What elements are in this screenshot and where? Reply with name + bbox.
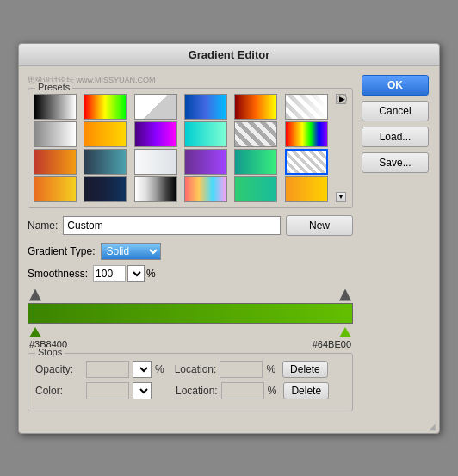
smoothness-unit: % bbox=[146, 268, 156, 280]
preset-item-5[interactable] bbox=[234, 94, 277, 120]
color-stops-row bbox=[28, 327, 353, 337]
watermark: 思缘设计论坛 www.MISSYUAN.COM bbox=[28, 75, 353, 86]
color-stop-left[interactable] bbox=[29, 327, 41, 337]
opacity-percent: % bbox=[155, 363, 164, 375]
opacity-stop-right[interactable] bbox=[339, 289, 351, 301]
opacity-label: Opacity: bbox=[35, 363, 83, 375]
preset-item-1[interactable] bbox=[34, 94, 77, 120]
gradient-bar[interactable] bbox=[28, 303, 353, 324]
smoothness-row: Smoothness: ▼ % bbox=[28, 265, 353, 282]
new-button[interactable]: New bbox=[286, 215, 353, 236]
preset-item-3[interactable] bbox=[134, 94, 177, 120]
gradient-type-label: Gradient Type: bbox=[28, 245, 96, 257]
expand-icon[interactable]: ▶ bbox=[337, 94, 347, 104]
color-value-input[interactable] bbox=[86, 382, 129, 399]
resize-handle: ◢ bbox=[19, 420, 439, 433]
opacity-value-input[interactable] bbox=[86, 361, 129, 378]
load-button[interactable]: Load... bbox=[362, 127, 429, 147]
opacity-stops-row bbox=[28, 289, 353, 301]
smoothness-input[interactable] bbox=[93, 265, 126, 282]
name-input[interactable] bbox=[63, 216, 281, 235]
opacity-location-label: Location: bbox=[175, 363, 217, 375]
color-labels-row: #3B8400 #64BE00 bbox=[28, 339, 353, 349]
opacity-stepper[interactable]: ▼ bbox=[133, 361, 152, 378]
color-stop-right-arrow[interactable] bbox=[339, 327, 351, 337]
preset-item-15[interactable] bbox=[134, 149, 177, 175]
preset-item-19[interactable] bbox=[34, 176, 77, 202]
color-delete-button[interactable]: Delete bbox=[283, 382, 329, 399]
preset-item-20[interactable] bbox=[84, 176, 127, 202]
cancel-button[interactable]: Cancel bbox=[362, 101, 429, 121]
preset-item-17[interactable] bbox=[234, 149, 277, 175]
preset-item-2[interactable] bbox=[84, 94, 127, 120]
color-label-right: #64BE00 bbox=[313, 339, 351, 349]
color-location-input[interactable] bbox=[221, 382, 264, 399]
preset-item-18[interactable] bbox=[285, 149, 328, 175]
color-label: Color: bbox=[35, 385, 83, 397]
preset-item-10[interactable] bbox=[184, 121, 227, 147]
gradient-editor-dialog: Gradient Editor 思缘设计论坛 www.MISSYUAN.COM … bbox=[18, 43, 440, 434]
name-label: Name: bbox=[28, 219, 58, 232]
color-stop-left-arrow[interactable] bbox=[29, 327, 41, 337]
right-panel: OK Cancel Load... Save... bbox=[362, 75, 430, 411]
presets-grid bbox=[34, 94, 333, 202]
preset-scrollbar: ▲ ▼ bbox=[335, 94, 347, 202]
title-bar: Gradient Editor bbox=[19, 44, 439, 66]
smoothness-label: Smoothness: bbox=[28, 268, 88, 280]
preset-item-22[interactable] bbox=[184, 176, 227, 202]
save-button[interactable]: Save... bbox=[362, 152, 429, 173]
color-location-label: Location: bbox=[176, 385, 218, 397]
opacity-location-input[interactable] bbox=[220, 361, 263, 378]
preset-item-21[interactable] bbox=[134, 176, 177, 202]
ok-button[interactable]: OK bbox=[362, 75, 429, 96]
preset-item-24[interactable] bbox=[285, 176, 328, 202]
gradient-bar-container: #3B8400 #64BE00 bbox=[28, 289, 353, 349]
preset-item-14[interactable] bbox=[84, 149, 127, 175]
dialog-title: Gradient Editor bbox=[189, 48, 270, 61]
opacity-stop-left[interactable] bbox=[29, 289, 41, 301]
opacity-stops-inputs: Opacity: ▼ % Location: % Delete bbox=[35, 361, 345, 378]
presets-container: ▲ ▼ bbox=[34, 94, 347, 202]
smoothness-stepper[interactable]: ▼ bbox=[127, 265, 145, 282]
presets-label: Presets bbox=[35, 82, 72, 92]
stops-group: Stops Opacity: ▼ % Location: % Delete Co… bbox=[28, 353, 353, 411]
gradient-type-select[interactable]: Solid Noise bbox=[101, 243, 161, 260]
preset-item-11[interactable] bbox=[234, 121, 277, 147]
color-stops-inputs: Color: ▼ Location: % Delete bbox=[35, 382, 345, 399]
scroll-down-button[interactable]: ▼ bbox=[336, 192, 346, 202]
dialog-body: 思缘设计论坛 www.MISSYUAN.COM Presets ▶ ▲ ▼ bbox=[19, 66, 439, 420]
color-stop-right[interactable] bbox=[339, 327, 351, 337]
stops-label: Stops bbox=[35, 347, 65, 357]
left-panel: 思缘设计论坛 www.MISSYUAN.COM Presets ▶ ▲ ▼ bbox=[28, 75, 353, 411]
preset-item-12[interactable] bbox=[285, 121, 328, 147]
gradient-type-row: Gradient Type: Solid Noise bbox=[28, 243, 353, 260]
presets-group: Presets ▶ ▲ ▼ bbox=[28, 88, 353, 208]
preset-item-23[interactable] bbox=[234, 176, 277, 202]
preset-item-6[interactable] bbox=[285, 94, 328, 120]
preset-item-7[interactable] bbox=[34, 121, 77, 147]
opacity-delete-button[interactable]: Delete bbox=[282, 361, 328, 378]
color-location-percent: % bbox=[268, 385, 277, 397]
opacity-location-percent: % bbox=[266, 363, 275, 375]
preset-item-13[interactable] bbox=[34, 149, 77, 175]
name-row: Name: New bbox=[28, 215, 353, 236]
preset-item-9[interactable] bbox=[134, 121, 177, 147]
preset-item-16[interactable] bbox=[184, 149, 227, 175]
color-stepper[interactable]: ▼ bbox=[133, 382, 152, 399]
preset-item-4[interactable] bbox=[184, 94, 227, 120]
preset-item-8[interactable] bbox=[84, 121, 127, 147]
